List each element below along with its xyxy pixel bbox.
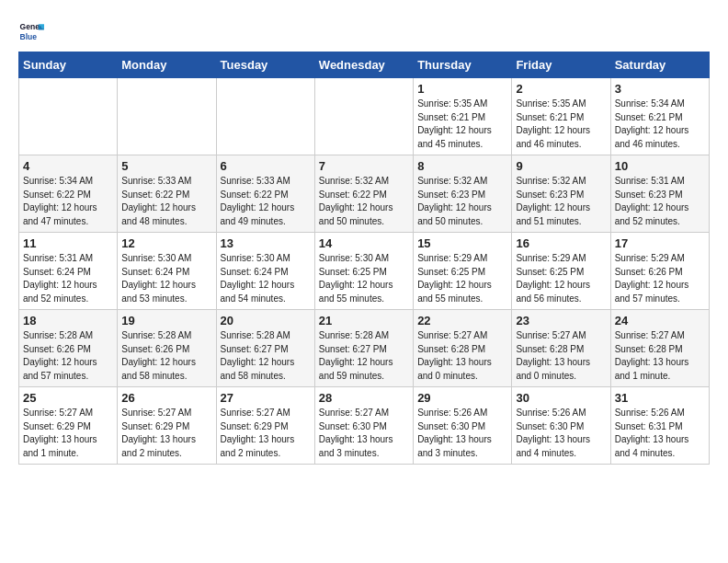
day-number: 16 bbox=[516, 236, 606, 250]
weekday-header-tuesday: Tuesday bbox=[216, 52, 314, 78]
day-number: 7 bbox=[319, 159, 409, 173]
day-cell-9: 9Sunrise: 5:32 AM Sunset: 6:23 PM Daylig… bbox=[512, 155, 610, 233]
weekday-header-sunday: Sunday bbox=[19, 52, 118, 78]
day-cell-7: 7Sunrise: 5:32 AM Sunset: 6:22 PM Daylig… bbox=[314, 155, 413, 233]
day-cell-27: 27Sunrise: 5:27 AM Sunset: 6:29 PM Dayli… bbox=[216, 387, 314, 465]
empty-cell bbox=[314, 78, 413, 155]
day-cell-11: 11Sunrise: 5:31 AM Sunset: 6:24 PM Dayli… bbox=[19, 233, 118, 310]
day-number: 15 bbox=[417, 236, 507, 250]
day-number: 11 bbox=[23, 236, 113, 250]
day-number: 21 bbox=[319, 314, 409, 327]
day-cell-26: 26Sunrise: 5:27 AM Sunset: 6:29 PM Dayli… bbox=[118, 387, 216, 465]
day-number: 3 bbox=[615, 82, 705, 96]
day-cell-21: 21Sunrise: 5:28 AM Sunset: 6:27 PM Dayli… bbox=[314, 310, 413, 387]
day-cell-24: 24Sunrise: 5:27 AM Sunset: 6:28 PM Dayli… bbox=[610, 310, 709, 387]
day-number: 19 bbox=[121, 314, 211, 327]
weekday-header-saturday: Saturday bbox=[610, 52, 709, 78]
logo-icon: General Blue bbox=[18, 18, 44, 44]
day-number: 28 bbox=[319, 391, 409, 405]
day-cell-10: 10Sunrise: 5:31 AM Sunset: 6:23 PM Dayli… bbox=[610, 155, 709, 233]
day-number: 27 bbox=[221, 391, 311, 405]
day-info: Sunrise: 5:28 AM Sunset: 6:26 PM Dayligh… bbox=[121, 329, 211, 383]
weekday-header-monday: Monday bbox=[118, 52, 216, 78]
day-info: Sunrise: 5:28 AM Sunset: 6:27 PM Dayligh… bbox=[319, 329, 409, 383]
calendar-table: SundayMondayTuesdayWednesdayThursdayFrid… bbox=[18, 52, 710, 465]
day-info: Sunrise: 5:27 AM Sunset: 6:28 PM Dayligh… bbox=[417, 329, 507, 383]
day-number: 24 bbox=[615, 314, 705, 327]
day-number: 31 bbox=[615, 391, 705, 405]
day-cell-2: 2Sunrise: 5:35 AM Sunset: 6:21 PM Daylig… bbox=[512, 78, 610, 155]
day-number: 8 bbox=[417, 159, 507, 173]
day-number: 6 bbox=[221, 159, 311, 173]
day-number: 29 bbox=[417, 391, 507, 405]
day-number: 25 bbox=[23, 391, 113, 405]
week-row-5: 25Sunrise: 5:27 AM Sunset: 6:29 PM Dayli… bbox=[19, 387, 710, 465]
day-cell-22: 22Sunrise: 5:27 AM Sunset: 6:28 PM Dayli… bbox=[414, 310, 512, 387]
day-info: Sunrise: 5:27 AM Sunset: 6:29 PM Dayligh… bbox=[221, 407, 311, 460]
day-cell-31: 31Sunrise: 5:26 AM Sunset: 6:31 PM Dayli… bbox=[610, 387, 709, 465]
day-cell-19: 19Sunrise: 5:28 AM Sunset: 6:26 PM Dayli… bbox=[118, 310, 216, 387]
day-info: Sunrise: 5:28 AM Sunset: 6:27 PM Dayligh… bbox=[221, 329, 311, 383]
day-info: Sunrise: 5:31 AM Sunset: 6:23 PM Dayligh… bbox=[615, 175, 705, 228]
day-info: Sunrise: 5:31 AM Sunset: 6:24 PM Dayligh… bbox=[23, 252, 113, 305]
day-number: 12 bbox=[121, 236, 211, 250]
week-row-4: 18Sunrise: 5:28 AM Sunset: 6:26 PM Dayli… bbox=[19, 310, 710, 387]
day-cell-29: 29Sunrise: 5:26 AM Sunset: 6:30 PM Dayli… bbox=[414, 387, 512, 465]
day-number: 10 bbox=[615, 159, 705, 173]
day-number: 17 bbox=[615, 236, 705, 250]
day-cell-1: 1Sunrise: 5:35 AM Sunset: 6:21 PM Daylig… bbox=[414, 78, 512, 155]
weekday-header-wednesday: Wednesday bbox=[314, 52, 413, 78]
day-number: 14 bbox=[319, 236, 409, 250]
day-number: 30 bbox=[516, 391, 606, 405]
day-info: Sunrise: 5:35 AM Sunset: 6:21 PM Dayligh… bbox=[417, 98, 507, 151]
day-number: 2 bbox=[516, 82, 606, 96]
day-info: Sunrise: 5:32 AM Sunset: 6:23 PM Dayligh… bbox=[516, 175, 606, 228]
day-info: Sunrise: 5:27 AM Sunset: 6:29 PM Dayligh… bbox=[121, 407, 211, 460]
day-cell-20: 20Sunrise: 5:28 AM Sunset: 6:27 PM Dayli… bbox=[216, 310, 314, 387]
day-cell-4: 4Sunrise: 5:34 AM Sunset: 6:22 PM Daylig… bbox=[19, 155, 118, 233]
weekday-header-friday: Friday bbox=[512, 52, 610, 78]
day-cell-16: 16Sunrise: 5:29 AM Sunset: 6:25 PM Dayli… bbox=[512, 233, 610, 310]
day-info: Sunrise: 5:30 AM Sunset: 6:24 PM Dayligh… bbox=[221, 252, 311, 305]
day-info: Sunrise: 5:29 AM Sunset: 6:26 PM Dayligh… bbox=[615, 252, 705, 305]
day-cell-15: 15Sunrise: 5:29 AM Sunset: 6:25 PM Dayli… bbox=[414, 233, 512, 310]
day-info: Sunrise: 5:27 AM Sunset: 6:29 PM Dayligh… bbox=[23, 407, 113, 460]
day-cell-8: 8Sunrise: 5:32 AM Sunset: 6:23 PM Daylig… bbox=[414, 155, 512, 233]
day-info: Sunrise: 5:34 AM Sunset: 6:21 PM Dayligh… bbox=[615, 98, 705, 151]
day-number: 9 bbox=[516, 159, 606, 173]
empty-cell bbox=[118, 78, 216, 155]
day-cell-28: 28Sunrise: 5:27 AM Sunset: 6:30 PM Dayli… bbox=[314, 387, 413, 465]
day-cell-18: 18Sunrise: 5:28 AM Sunset: 6:26 PM Dayli… bbox=[19, 310, 118, 387]
day-cell-30: 30Sunrise: 5:26 AM Sunset: 6:30 PM Dayli… bbox=[512, 387, 610, 465]
weekday-header-thursday: Thursday bbox=[414, 52, 512, 78]
day-cell-23: 23Sunrise: 5:27 AM Sunset: 6:28 PM Dayli… bbox=[512, 310, 610, 387]
day-info: Sunrise: 5:32 AM Sunset: 6:22 PM Dayligh… bbox=[319, 175, 409, 228]
weekday-header-row: SundayMondayTuesdayWednesdayThursdayFrid… bbox=[19, 52, 710, 78]
day-info: Sunrise: 5:27 AM Sunset: 6:28 PM Dayligh… bbox=[516, 329, 606, 383]
header: General Blue bbox=[18, 18, 710, 44]
day-cell-12: 12Sunrise: 5:30 AM Sunset: 6:24 PM Dayli… bbox=[118, 233, 216, 310]
day-cell-6: 6Sunrise: 5:33 AM Sunset: 6:22 PM Daylig… bbox=[216, 155, 314, 233]
day-info: Sunrise: 5:32 AM Sunset: 6:23 PM Dayligh… bbox=[417, 175, 507, 228]
day-info: Sunrise: 5:26 AM Sunset: 6:31 PM Dayligh… bbox=[615, 407, 705, 460]
day-number: 18 bbox=[23, 314, 113, 327]
day-info: Sunrise: 5:30 AM Sunset: 6:24 PM Dayligh… bbox=[121, 252, 211, 305]
day-cell-14: 14Sunrise: 5:30 AM Sunset: 6:25 PM Dayli… bbox=[314, 233, 413, 310]
day-info: Sunrise: 5:28 AM Sunset: 6:26 PM Dayligh… bbox=[23, 329, 113, 383]
empty-cell bbox=[216, 78, 314, 155]
day-cell-3: 3Sunrise: 5:34 AM Sunset: 6:21 PM Daylig… bbox=[610, 78, 709, 155]
day-info: Sunrise: 5:29 AM Sunset: 6:25 PM Dayligh… bbox=[516, 252, 606, 305]
day-info: Sunrise: 5:26 AM Sunset: 6:30 PM Dayligh… bbox=[417, 407, 507, 460]
day-info: Sunrise: 5:26 AM Sunset: 6:30 PM Dayligh… bbox=[516, 407, 606, 460]
day-info: Sunrise: 5:33 AM Sunset: 6:22 PM Dayligh… bbox=[221, 175, 311, 228]
day-info: Sunrise: 5:27 AM Sunset: 6:28 PM Dayligh… bbox=[615, 329, 705, 383]
day-number: 5 bbox=[121, 159, 211, 173]
week-row-2: 4Sunrise: 5:34 AM Sunset: 6:22 PM Daylig… bbox=[19, 155, 710, 233]
day-number: 23 bbox=[516, 314, 606, 327]
day-cell-25: 25Sunrise: 5:27 AM Sunset: 6:29 PM Dayli… bbox=[19, 387, 118, 465]
day-info: Sunrise: 5:29 AM Sunset: 6:25 PM Dayligh… bbox=[417, 252, 507, 305]
day-number: 4 bbox=[23, 159, 113, 173]
week-row-1: 1Sunrise: 5:35 AM Sunset: 6:21 PM Daylig… bbox=[19, 78, 710, 155]
day-number: 22 bbox=[417, 314, 507, 327]
empty-cell bbox=[19, 78, 118, 155]
